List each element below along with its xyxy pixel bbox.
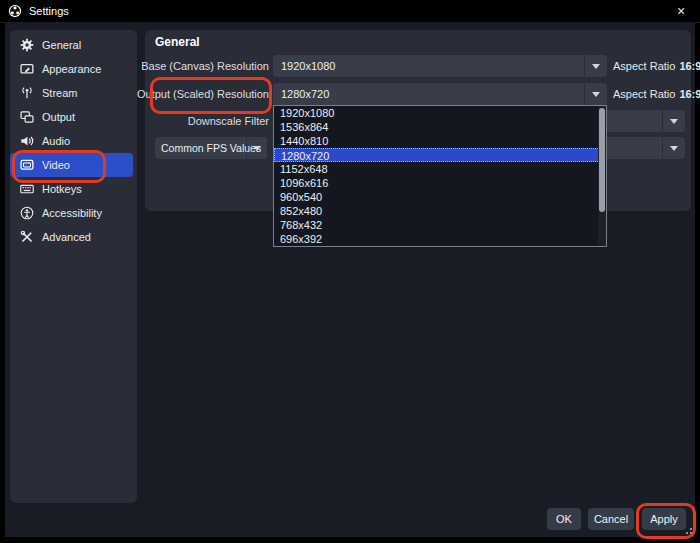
sidebar-item-general[interactable]: General <box>10 33 137 57</box>
resize-grip-icon[interactable] <box>682 524 692 534</box>
sidebar-item-label: Output <box>42 111 75 123</box>
dropdown-option[interactable]: 960x540 <box>274 190 606 204</box>
output-aspect-ratio: Aspect Ratio16:9 <box>613 83 700 105</box>
dropdown-option[interactable]: 852x480 <box>274 204 606 218</box>
dropdown-option[interactable]: 1536x864 <box>274 120 606 134</box>
advanced-icon <box>19 230 34 245</box>
sidebar-item-appearance[interactable]: Appearance <box>10 57 137 81</box>
window-title: Settings <box>29 5 69 17</box>
dropdown-scrollbar[interactable] <box>598 106 606 246</box>
sidebar-item-video[interactable]: Video <box>10 153 133 177</box>
base-resolution-label: Base (Canvas) Resolution <box>141 55 269 77</box>
chevron-down-icon <box>246 137 267 159</box>
output-resolution-combobox[interactable]: 1280x720 <box>273 83 607 105</box>
resolution-dropdown-list: 1920x1080 1536x864 1440x810 1280x720 115… <box>273 105 607 247</box>
video-icon <box>19 158 34 173</box>
sidebar: General Appearance Stream <box>10 30 137 503</box>
sidebar-item-audio[interactable]: Audio <box>10 129 137 153</box>
scrollbar-thumb[interactable] <box>599 108 605 212</box>
sidebar-item-advanced[interactable]: Advanced <box>10 225 137 249</box>
titlebar: Settings × <box>0 0 700 23</box>
sidebar-item-label: Stream <box>42 87 77 99</box>
dropdown-option-selected[interactable]: 1280x720 <box>274 148 606 162</box>
sidebar-item-label: Video <box>42 159 70 171</box>
hotkeys-icon <box>19 182 34 197</box>
chevron-down-icon <box>584 55 607 77</box>
settings-window: General Appearance Stream <box>5 22 695 537</box>
output-resolution-label: Output (Scaled) Resolution <box>137 83 269 105</box>
sidebar-item-label: Appearance <box>42 63 101 75</box>
sidebar-item-stream[interactable]: Stream <box>10 81 137 105</box>
sidebar-item-accessibility[interactable]: Accessibility <box>10 201 137 225</box>
ok-button[interactable]: OK <box>547 508 581 530</box>
section-title: General <box>155 35 200 49</box>
sidebar-item-hotkeys[interactable]: Hotkeys <box>10 177 137 201</box>
stream-icon <box>19 86 34 101</box>
dropdown-option[interactable]: 768x432 <box>274 218 606 232</box>
dropdown-option[interactable]: 1152x648 <box>274 162 606 176</box>
gear-icon <box>19 38 34 53</box>
sidebar-item-output[interactable]: Output <box>10 105 137 129</box>
sidebar-item-label: Accessibility <box>42 207 102 219</box>
chevron-down-icon <box>584 83 607 105</box>
sidebar-item-label: Advanced <box>42 231 91 243</box>
dropdown-option[interactable]: 1440x810 <box>274 134 606 148</box>
sidebar-item-label: Audio <box>42 135 70 147</box>
fps-type-combobox[interactable]: Common FPS Values <box>155 137 267 159</box>
base-resolution-value: 1920x1080 <box>281 60 335 72</box>
audio-icon <box>19 134 34 149</box>
obs-logo-icon <box>8 4 22 18</box>
close-icon[interactable]: × <box>668 0 694 22</box>
dropdown-option[interactable]: 696x392 <box>274 232 606 246</box>
accessibility-icon <box>19 206 34 221</box>
dropdown-option[interactable]: 1920x1080 <box>274 106 606 120</box>
appearance-icon <box>19 62 34 77</box>
base-resolution-combobox[interactable]: 1920x1080 <box>273 55 607 77</box>
downscale-filter-label: Downscale Filter <box>188 110 269 132</box>
output-icon <box>19 110 34 125</box>
dropdown-option[interactable]: 1096x616 <box>274 176 606 190</box>
output-resolution-value: 1280x720 <box>281 88 329 100</box>
chevron-down-icon <box>662 137 685 159</box>
apply-button[interactable]: Apply <box>642 508 686 530</box>
chevron-down-icon <box>662 110 685 132</box>
sidebar-item-label: Hotkeys <box>42 183 82 195</box>
base-aspect-ratio: Aspect Ratio16:9 <box>613 55 700 77</box>
sidebar-item-label: General <box>42 39 81 51</box>
cancel-button[interactable]: Cancel <box>588 508 634 530</box>
